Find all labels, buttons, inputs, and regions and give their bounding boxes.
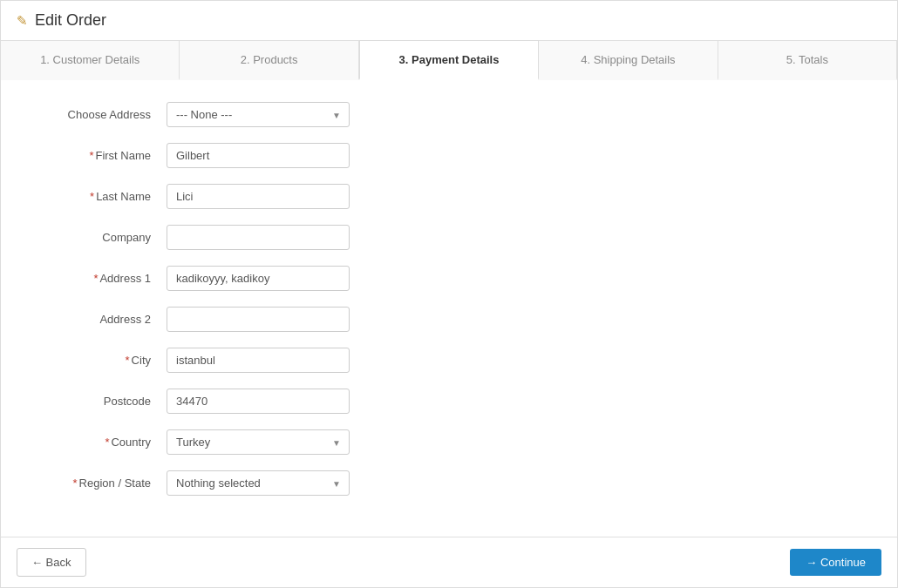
first-name-input[interactable]: [167, 143, 350, 168]
required-marker: *: [105, 436, 109, 449]
page-footer: ← Back → Continue: [1, 537, 897, 587]
address2-label: Address 2: [27, 313, 167, 326]
last-name-input[interactable]: [167, 184, 350, 209]
address1-row: *Address 1: [27, 266, 871, 291]
required-marker: *: [89, 149, 93, 162]
address1-input[interactable]: [167, 266, 350, 291]
tab-customer[interactable]: 1. Customer Details: [1, 41, 180, 80]
tabs-row: 1. Customer Details 2. Products 3. Payme…: [1, 41, 897, 80]
country-select[interactable]: Turkey: [167, 429, 350, 455]
country-label: *Country: [27, 436, 167, 449]
continue-button[interactable]: → Continue: [790, 549, 881, 576]
postcode-input[interactable]: [167, 389, 350, 414]
first-name-row: *First Name: [27, 143, 871, 168]
last-name-label: *Last Name: [27, 190, 167, 203]
main-content: Choose Address --- None --- ▼ *First Nam…: [1, 80, 897, 537]
company-input[interactable]: [167, 225, 350, 250]
tab-shipping[interactable]: 4. Shipping Details: [539, 41, 718, 80]
company-label: Company: [27, 231, 167, 244]
required-marker: *: [126, 354, 130, 367]
city-row: *City: [27, 348, 871, 373]
city-label: *City: [27, 354, 167, 367]
postcode-label: Postcode: [27, 395, 167, 408]
page-title: Edit Order: [35, 11, 106, 30]
country-wrapper: Turkey ▼: [167, 429, 350, 455]
region-wrapper: Nothing selected ▼: [167, 470, 350, 496]
tab-totals[interactable]: 5. Totals: [718, 41, 897, 80]
choose-address-label: Choose Address: [27, 108, 167, 121]
first-name-label: *First Name: [27, 149, 167, 162]
required-marker: *: [73, 476, 78, 490]
page-header: ✎ Edit Order: [1, 1, 897, 41]
postcode-row: Postcode: [27, 389, 871, 414]
last-name-row: *Last Name: [27, 184, 871, 209]
edit-icon: ✎: [17, 13, 28, 29]
address1-label: *Address 1: [27, 272, 167, 285]
region-select[interactable]: Nothing selected: [167, 470, 350, 496]
tab-products[interactable]: 2. Products: [180, 41, 358, 80]
choose-address-row: Choose Address --- None --- ▼: [27, 102, 871, 127]
address2-row: Address 2: [27, 307, 871, 332]
required-marker: *: [90, 190, 94, 203]
choose-address-wrapper: --- None --- ▼: [167, 102, 350, 127]
region-row: *Region / State Nothing selected ▼: [27, 470, 871, 496]
country-row: *Country Turkey ▼: [27, 429, 871, 455]
tab-payment[interactable]: 3. Payment Details: [359, 40, 539, 80]
choose-address-select[interactable]: --- None ---: [167, 102, 350, 127]
city-input[interactable]: [167, 348, 350, 373]
address2-input[interactable]: [167, 307, 350, 332]
required-marker: *: [93, 272, 98, 285]
region-label: *Region / State: [27, 476, 167, 490]
back-button[interactable]: ← Back: [17, 548, 86, 577]
company-row: Company: [27, 225, 871, 250]
